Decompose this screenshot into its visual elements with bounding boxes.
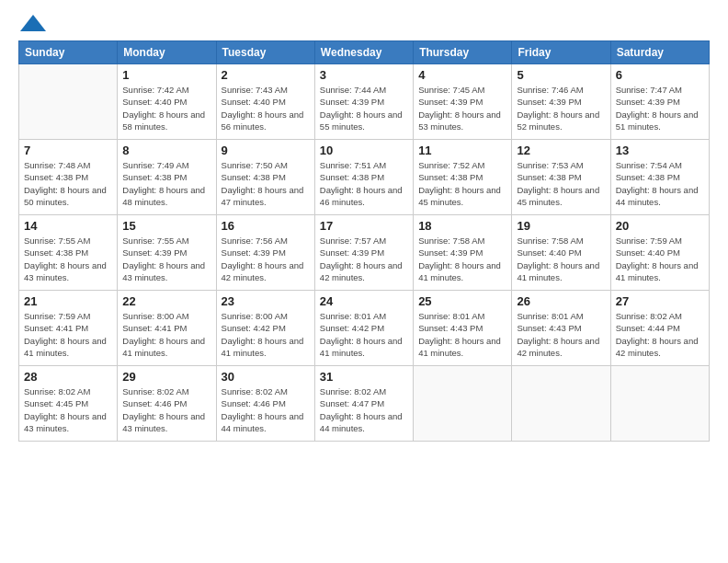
weekday-header-sunday: Sunday (19, 41, 118, 64)
day-number: 8 (122, 144, 210, 157)
day-number: 29 (122, 370, 210, 384)
day-number: 2 (222, 68, 310, 82)
weekday-header-saturday: Saturday (610, 41, 709, 64)
calendar-cell (19, 64, 118, 140)
calendar-cell: 19Sunrise: 7:58 AMSunset: 4:40 PMDayligh… (512, 215, 610, 291)
day-number: 10 (320, 144, 408, 157)
day-number: 31 (320, 370, 408, 384)
calendar-cell: 20Sunrise: 7:59 AMSunset: 4:40 PMDayligh… (610, 215, 709, 291)
day-number: 9 (222, 144, 310, 157)
weekday-header-monday: Monday (118, 41, 216, 64)
calendar-cell: 10Sunrise: 7:51 AMSunset: 4:38 PMDayligh… (314, 140, 413, 215)
day-number: 30 (222, 370, 310, 384)
calendar-cell (610, 366, 709, 442)
calendar-cell: 2Sunrise: 7:43 AMSunset: 4:40 PMDaylight… (216, 64, 314, 140)
calendar-week-row-1: 1Sunrise: 7:42 AMSunset: 4:40 PMDaylight… (19, 64, 710, 140)
day-info: Sunrise: 8:01 AMSunset: 4:43 PMDaylight:… (418, 310, 506, 359)
day-number: 20 (616, 219, 704, 233)
calendar-cell: 8Sunrise: 7:49 AMSunset: 4:38 PMDaylight… (118, 140, 216, 215)
day-info: Sunrise: 7:51 AMSunset: 4:38 PMDaylight:… (320, 159, 408, 208)
day-info: Sunrise: 8:02 AMSunset: 4:46 PMDaylight:… (122, 385, 210, 434)
day-info: Sunrise: 7:50 AMSunset: 4:38 PMDaylight:… (222, 159, 310, 208)
calendar-cell: 14Sunrise: 7:55 AMSunset: 4:38 PMDayligh… (19, 215, 118, 291)
day-info: Sunrise: 7:59 AMSunset: 4:41 PMDaylight:… (24, 310, 112, 359)
day-info: Sunrise: 7:43 AMSunset: 4:40 PMDaylight:… (222, 84, 310, 132)
calendar-week-row-4: 21Sunrise: 7:59 AMSunset: 4:41 PMDayligh… (19, 291, 710, 366)
day-info: Sunrise: 7:42 AMSunset: 4:40 PMDaylight:… (122, 84, 210, 132)
calendar-cell: 23Sunrise: 8:00 AMSunset: 4:42 PMDayligh… (216, 291, 314, 366)
calendar-cell: 28Sunrise: 8:02 AMSunset: 4:45 PMDayligh… (19, 366, 118, 442)
day-info: Sunrise: 7:45 AMSunset: 4:39 PMDaylight:… (418, 84, 506, 132)
calendar-cell: 5Sunrise: 7:46 AMSunset: 4:39 PMDaylight… (512, 64, 610, 140)
calendar-cell: 30Sunrise: 8:02 AMSunset: 4:46 PMDayligh… (216, 366, 314, 442)
day-number: 4 (418, 68, 506, 82)
day-info: Sunrise: 7:57 AMSunset: 4:39 PMDaylight:… (320, 235, 408, 283)
day-number: 1 (122, 68, 210, 82)
calendar-cell: 11Sunrise: 7:52 AMSunset: 4:38 PMDayligh… (414, 140, 512, 215)
day-number: 7 (24, 144, 112, 157)
day-number: 3 (320, 68, 408, 82)
calendar-cell: 13Sunrise: 7:54 AMSunset: 4:38 PMDayligh… (610, 140, 709, 215)
page-header (18, 17, 710, 31)
day-info: Sunrise: 8:01 AMSunset: 4:42 PMDaylight:… (320, 310, 408, 359)
day-info: Sunrise: 7:49 AMSunset: 4:38 PMDaylight:… (122, 159, 210, 208)
day-info: Sunrise: 8:02 AMSunset: 4:44 PMDaylight:… (616, 310, 704, 359)
day-number: 11 (418, 144, 506, 157)
calendar-cell: 25Sunrise: 8:01 AMSunset: 4:43 PMDayligh… (414, 291, 512, 366)
day-info: Sunrise: 7:56 AMSunset: 4:39 PMDaylight:… (222, 235, 310, 283)
day-info: Sunrise: 7:44 AMSunset: 4:39 PMDaylight:… (320, 84, 408, 132)
calendar-page: SundayMondayTuesdayWednesdayThursdayFrid… (0, 0, 728, 563)
day-number: 6 (616, 68, 704, 82)
svg-marker-0 (20, 15, 46, 31)
calendar-cell: 29Sunrise: 8:02 AMSunset: 4:46 PMDayligh… (118, 366, 216, 442)
day-info: Sunrise: 8:02 AMSunset: 4:45 PMDaylight:… (24, 385, 112, 434)
day-number: 5 (517, 68, 605, 82)
calendar-week-row-2: 7Sunrise: 7:48 AMSunset: 4:38 PMDaylight… (19, 140, 710, 215)
day-number: 15 (122, 219, 210, 233)
calendar-cell: 31Sunrise: 8:02 AMSunset: 4:47 PMDayligh… (314, 366, 413, 442)
day-number: 25 (418, 294, 506, 308)
day-number: 21 (24, 294, 112, 308)
calendar-cell: 7Sunrise: 7:48 AMSunset: 4:38 PMDaylight… (19, 140, 118, 215)
day-number: 18 (418, 219, 506, 233)
calendar-cell: 18Sunrise: 7:58 AMSunset: 4:39 PMDayligh… (414, 215, 512, 291)
calendar-week-row-3: 14Sunrise: 7:55 AMSunset: 4:38 PMDayligh… (19, 215, 710, 291)
day-number: 27 (616, 294, 704, 308)
weekday-header-thursday: Thursday (414, 41, 512, 64)
calendar-cell: 3Sunrise: 7:44 AMSunset: 4:39 PMDaylight… (314, 64, 413, 140)
day-number: 23 (222, 294, 310, 308)
calendar-table: SundayMondayTuesdayWednesdayThursdayFrid… (18, 40, 710, 442)
day-number: 26 (517, 294, 605, 308)
day-number: 24 (320, 294, 408, 308)
day-info: Sunrise: 8:01 AMSunset: 4:43 PMDaylight:… (517, 310, 605, 359)
day-info: Sunrise: 7:58 AMSunset: 4:39 PMDaylight:… (418, 235, 506, 283)
calendar-cell (512, 366, 610, 442)
calendar-cell (414, 366, 512, 442)
day-info: Sunrise: 7:52 AMSunset: 4:38 PMDaylight:… (418, 159, 506, 208)
weekday-header-row: SundayMondayTuesdayWednesdayThursdayFrid… (19, 41, 710, 64)
day-number: 28 (24, 370, 112, 384)
calendar-cell: 15Sunrise: 7:55 AMSunset: 4:39 PMDayligh… (118, 215, 216, 291)
calendar-cell: 26Sunrise: 8:01 AMSunset: 4:43 PMDayligh… (512, 291, 610, 366)
calendar-cell: 16Sunrise: 7:56 AMSunset: 4:39 PMDayligh… (216, 215, 314, 291)
day-info: Sunrise: 8:00 AMSunset: 4:41 PMDaylight:… (122, 310, 210, 359)
calendar-cell: 17Sunrise: 7:57 AMSunset: 4:39 PMDayligh… (314, 215, 413, 291)
day-number: 14 (24, 219, 112, 233)
calendar-cell: 24Sunrise: 8:01 AMSunset: 4:42 PMDayligh… (314, 291, 413, 366)
day-info: Sunrise: 7:53 AMSunset: 4:38 PMDaylight:… (517, 159, 605, 208)
day-number: 19 (517, 219, 605, 233)
weekday-header-tuesday: Tuesday (216, 41, 314, 64)
calendar-cell: 21Sunrise: 7:59 AMSunset: 4:41 PMDayligh… (19, 291, 118, 366)
day-info: Sunrise: 8:02 AMSunset: 4:46 PMDaylight:… (222, 385, 310, 434)
weekday-header-wednesday: Wednesday (314, 41, 413, 64)
calendar-cell: 27Sunrise: 8:02 AMSunset: 4:44 PMDayligh… (610, 291, 709, 366)
calendar-cell: 6Sunrise: 7:47 AMSunset: 4:39 PMDaylight… (610, 64, 709, 140)
day-number: 22 (122, 294, 210, 308)
logo-icon (20, 15, 46, 31)
calendar-cell: 9Sunrise: 7:50 AMSunset: 4:38 PMDaylight… (216, 140, 314, 215)
day-info: Sunrise: 7:46 AMSunset: 4:39 PMDaylight:… (517, 84, 605, 132)
calendar-week-row-5: 28Sunrise: 8:02 AMSunset: 4:45 PMDayligh… (19, 366, 710, 442)
logo (18, 17, 46, 31)
calendar-cell: 1Sunrise: 7:42 AMSunset: 4:40 PMDaylight… (118, 64, 216, 140)
calendar-cell: 4Sunrise: 7:45 AMSunset: 4:39 PMDaylight… (414, 64, 512, 140)
